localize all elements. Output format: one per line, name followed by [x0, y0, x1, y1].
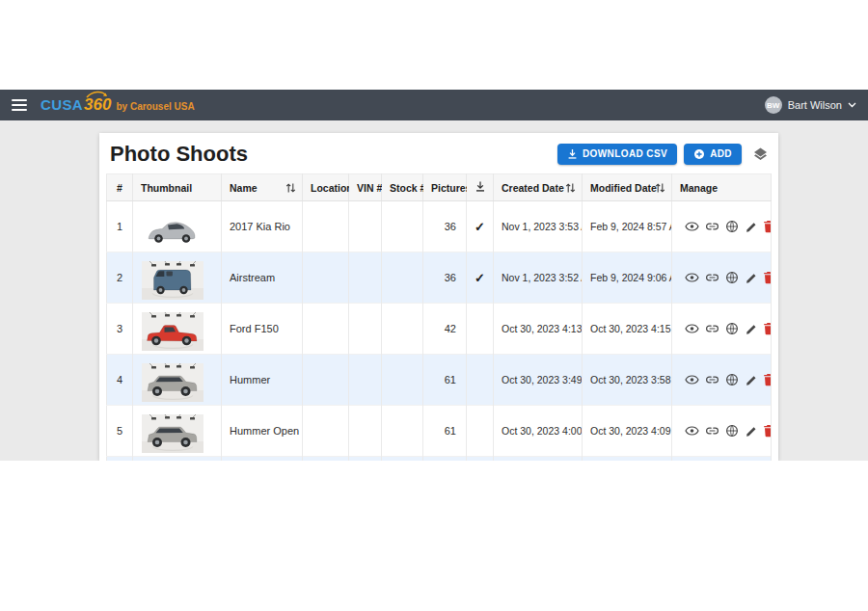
manage-cell: [672, 304, 772, 355]
publish-icon[interactable]: [725, 271, 739, 284]
vehicle-thumbnail[interactable]: [142, 210, 203, 249]
avatar: BW: [765, 96, 782, 114]
delete-icon[interactable]: [763, 373, 772, 386]
app-logo[interactable]: CUSA 360 by Carousel USA: [41, 95, 195, 115]
col-vin: VIN #: [349, 174, 382, 201]
sort-icon[interactable]: [285, 182, 296, 196]
publish-icon[interactable]: [725, 373, 739, 386]
vehicle-thumbnail[interactable]: [142, 261, 203, 300]
row-number: 5: [107, 406, 133, 457]
stock-value: [382, 457, 423, 462]
location-value: [303, 457, 349, 462]
downloaded-cell: ✓: [467, 201, 494, 252]
vehicle-thumbnail[interactable]: [142, 414, 203, 453]
photo-shoots-table: # Thumbnail Name Location VIN # Stock # …: [106, 173, 772, 461]
col-created-date: Created Date: [494, 174, 583, 201]
delete-icon[interactable]: [763, 322, 772, 335]
col-pictures: Pictures: [423, 174, 467, 201]
photo-shoots-card: Photo Shoots DOWNLOAD CSV ADD: [99, 133, 778, 461]
link-icon[interactable]: [705, 323, 719, 334]
created-date: Oct 30, 2023 3:49 AM: [494, 355, 583, 406]
downloaded-cell: [467, 406, 494, 457]
view-icon[interactable]: [685, 374, 699, 385]
delete-icon[interactable]: [763, 220, 772, 233]
table-row: 2 Airstream 36 ✓ Nov 1, 2023 3:52 AM Feb…: [107, 252, 772, 304]
logo-swoosh-icon: [85, 90, 108, 99]
thumbnail-cell: [133, 406, 222, 457]
thumbnail-cell: [133, 355, 222, 406]
edit-icon[interactable]: [745, 374, 757, 386]
link-icon[interactable]: [705, 374, 719, 385]
col-stock: Stock #: [382, 174, 423, 201]
page-title: Photo Shoots: [110, 142, 248, 167]
sort-icon[interactable]: [655, 182, 665, 196]
manage-cell: [672, 406, 772, 457]
created-date: Oct 30, 2023 4:00 AM: [494, 406, 583, 457]
created-date: Nov 1, 2023 3:53 AM: [494, 201, 583, 252]
add-button[interactable]: ADD: [684, 144, 742, 165]
table-row: 1 2017 Kia Rio 36 ✓ Nov 1, 2023 3:53 AM …: [107, 201, 772, 252]
stock-value: [382, 355, 423, 406]
table-row: 3 Ford F150 42 Oct 30, 2023 4:13 AM Oct …: [107, 304, 772, 355]
delete-icon[interactable]: [763, 271, 772, 284]
col-thumbnail: Thumbnail: [133, 174, 222, 201]
shoot-name: Hummer Open Doors: [222, 406, 303, 457]
edit-icon[interactable]: [745, 323, 757, 335]
view-icon[interactable]: [685, 425, 699, 437]
view-icon[interactable]: [685, 323, 699, 334]
downloaded-cell: ✓: [467, 252, 494, 304]
publish-icon[interactable]: [725, 220, 739, 233]
vehicle-thumbnail[interactable]: [142, 363, 203, 402]
row-number: [107, 457, 133, 462]
created-date: Oct 30, 2023 4:13 AM: [494, 304, 583, 355]
top-navigation-bar: CUSA 360 by Carousel USA BW Bart Wilson: [0, 90, 868, 120]
thumbnail-cell: [133, 304, 222, 355]
table-row: 4 Hummer 61 Oct 30, 2023 3:49 AM Oct 30,…: [107, 355, 772, 406]
vin-value: [349, 252, 382, 304]
col-name: Name: [222, 174, 303, 201]
view-icon[interactable]: [685, 221, 699, 232]
thumbnail-cell: [133, 457, 222, 462]
edit-icon[interactable]: [745, 425, 757, 438]
modified-date: Feb 9, 2024 8:57 AM: [583, 201, 672, 252]
edit-icon[interactable]: [745, 272, 757, 284]
modified-date: Oct 30, 2023 4:15 AM: [583, 304, 672, 355]
link-icon[interactable]: [705, 221, 719, 232]
link-icon[interactable]: [705, 272, 719, 283]
shoot-name: 2017 Kia Rio: [222, 201, 303, 252]
link-icon[interactable]: [705, 425, 719, 437]
shoot-name: [222, 457, 303, 462]
delete-icon[interactable]: [763, 424, 772, 438]
layers-icon[interactable]: [752, 146, 769, 162]
stock-value: [382, 406, 423, 457]
downloaded-cell: [467, 304, 494, 355]
pictures-count: 36: [423, 201, 467, 252]
col-downloaded: [467, 174, 494, 201]
location-value: [303, 201, 349, 252]
row-number: 4: [107, 355, 133, 406]
created-date: Nov 1, 2023 3:52 AM: [494, 252, 583, 304]
shoot-name: Airstream: [222, 252, 303, 304]
download-icon: [567, 148, 578, 160]
manage-cell: [672, 252, 772, 304]
downloaded-cell: [467, 457, 494, 462]
modified-date: Feb 9, 2024 9:06 AM: [583, 252, 672, 304]
modified-date: [583, 457, 672, 462]
check-icon: ✓: [475, 220, 485, 234]
menu-icon[interactable]: [12, 99, 27, 111]
chevron-down-icon: [848, 102, 856, 108]
publish-icon[interactable]: [725, 424, 739, 438]
sort-icon[interactable]: [565, 182, 576, 196]
view-icon[interactable]: [685, 272, 699, 283]
pictures-count: 42: [423, 304, 467, 355]
user-menu[interactable]: BW Bart Wilson: [765, 96, 858, 114]
pictures-count: [423, 457, 467, 462]
stock-value: [382, 304, 423, 355]
row-number: 1: [107, 201, 133, 252]
row-number: 3: [107, 304, 133, 355]
download-csv-button[interactable]: DOWNLOAD CSV: [557, 144, 677, 165]
vin-value: [349, 355, 382, 406]
edit-icon[interactable]: [745, 221, 757, 233]
publish-icon[interactable]: [725, 322, 739, 335]
vehicle-thumbnail[interactable]: [142, 312, 203, 351]
